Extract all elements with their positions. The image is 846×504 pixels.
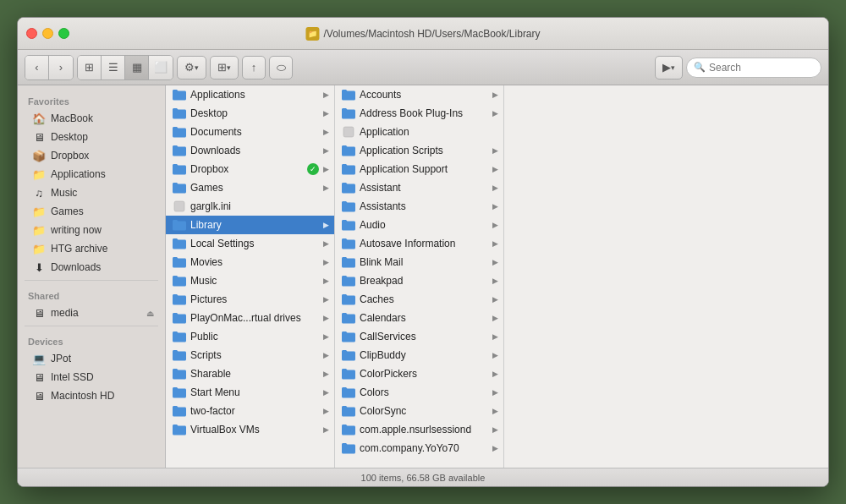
close-button[interactable] [26, 28, 37, 39]
file-item[interactable]: Pictures▶ [166, 290, 334, 309]
file-item[interactable]: Address Book Plug-Ins▶ [335, 104, 503, 123]
file-item[interactable]: two-factor▶ [166, 402, 334, 420]
file-item[interactable]: Breakpad▶ [335, 271, 503, 290]
file-item[interactable]: Sharable▶ [166, 364, 334, 383]
folder-icon [173, 274, 186, 288]
search-icon: 🔍 [694, 62, 706, 73]
expand-arrow-icon: ▶ [323, 239, 329, 248]
games-icon: 📁 [32, 205, 46, 218]
file-item[interactable]: garglk.ini [166, 197, 334, 216]
forward-button[interactable]: › [49, 56, 73, 79]
expand-arrow-icon: ▶ [492, 202, 498, 211]
file-item[interactable]: Blink Mail▶ [335, 253, 503, 271]
file-item[interactable]: CallServices▶ [335, 327, 503, 346]
file-item[interactable]: Audio▶ [335, 216, 503, 234]
file-item[interactable]: Assistants▶ [335, 197, 503, 216]
file-item[interactable]: ColorPickers▶ [335, 364, 503, 383]
file-item[interactable]: Movies▶ [166, 253, 334, 271]
sidebar-item-intel-ssd[interactable]: 🖥 Intel SSD [20, 368, 162, 386]
column-view-button[interactable]: ▦ [125, 56, 149, 79]
file-item[interactable]: Downloads▶ [166, 141, 334, 160]
expand-arrow-icon: ▶ [492, 332, 498, 341]
sidebar-item-applications[interactable]: 📁 Applications [20, 165, 162, 184]
nav-buttons: ‹ › [25, 55, 74, 80]
terminal-button[interactable]: ▶ ▾ [655, 56, 683, 79]
share-button[interactable]: ↑ [242, 56, 266, 79]
search-box[interactable]: 🔍 [686, 58, 821, 78]
file-item[interactable]: Dropbox✓▶ [166, 160, 334, 178]
file-item[interactable]: Games▶ [166, 178, 334, 197]
sidebar-item-downloads[interactable]: ⬇ Downloads [20, 258, 162, 277]
sidebar-item-games[interactable]: 📁 Games [20, 202, 162, 221]
folder-icon [342, 404, 355, 418]
action-button[interactable]: ⚙ ▾ [177, 56, 206, 79]
file-item[interactable]: Calendars▶ [335, 309, 503, 327]
view-buttons: ⊞ ☰ ▦ ⬜ [77, 55, 173, 80]
minimize-button[interactable] [42, 28, 53, 39]
sidebar-item-music[interactable]: ♫ Music [20, 184, 162, 202]
sidebar-item-htg-archive[interactable]: 📁 HTG archive [20, 239, 162, 258]
file-column-1: Applications▶Desktop▶Documents▶Downloads… [166, 85, 335, 468]
expand-arrow-icon: ▶ [323, 314, 329, 322]
svg-rect-1 [343, 127, 354, 137]
file-item[interactable]: com.company.YoYo70▶ [335, 439, 503, 457]
file-item[interactable]: Start Menu▶ [166, 383, 334, 402]
macintosh-hd-icon: 🖥 [32, 389, 46, 403]
file-item[interactable]: Application Support▶ [335, 160, 503, 178]
file-item[interactable]: ClipBuddy▶ [335, 346, 503, 364]
writing-now-icon: 📁 [32, 223, 46, 237]
sidebar-item-macbook[interactable]: 🏠 MacBook [20, 109, 162, 128]
list-view-button[interactable]: ☰ [102, 56, 125, 79]
folder-icon [342, 367, 355, 381]
folder-icon [342, 330, 355, 343]
cover-view-button[interactable]: ⬜ [149, 56, 173, 79]
file-item[interactable]: Colors▶ [335, 383, 503, 402]
maximize-button[interactable] [58, 28, 69, 39]
sidebar-item-desktop[interactable]: 🖥 Desktop [20, 128, 162, 146]
sidebar-item-jpot[interactable]: 💻 JPot [20, 349, 162, 368]
folder-icon [173, 367, 186, 381]
expand-arrow-icon: ▶ [323, 184, 329, 192]
file-item[interactable]: PlayOnMac...rtual drives▶ [166, 309, 334, 327]
folder-icon [342, 293, 355, 306]
icon-view-button[interactable]: ⊞ [78, 56, 102, 79]
folder-icon [173, 293, 186, 306]
file-item[interactable]: Accounts▶ [335, 85, 503, 104]
file-item[interactable]: Application [335, 123, 503, 141]
file-item[interactable]: Desktop▶ [166, 104, 334, 123]
expand-arrow-icon: ▶ [492, 146, 498, 155]
sidebar-item-macintosh-hd[interactable]: 🖥 Macintosh HD [20, 386, 162, 405]
file-item[interactable]: Music▶ [166, 271, 334, 290]
file-item[interactable]: Scripts▶ [166, 346, 334, 364]
file-item[interactable]: VirtualBox VMs▶ [166, 420, 334, 439]
expand-arrow-icon: ▶ [492, 90, 498, 99]
file-item[interactable]: Applications▶ [166, 85, 334, 104]
arrange-button[interactable]: ⊞ ▾ [210, 56, 239, 79]
file-item[interactable]: Autosave Information▶ [335, 234, 503, 253]
file-item[interactable]: Application Scripts▶ [335, 141, 503, 160]
file-column-2: Accounts▶Address Book Plug-Ins▶Applicati… [335, 85, 504, 468]
expand-arrow-icon: ▶ [323, 425, 329, 434]
file-item[interactable]: ColorSync▶ [335, 402, 503, 420]
file-item[interactable]: com.apple.nsurlsessiond▶ [335, 420, 503, 439]
devices-header: Devices [18, 330, 165, 349]
sidebar-item-writing-now[interactable]: 📁 writing now [20, 221, 162, 239]
eject-icon[interactable]: ⏏ [146, 309, 154, 318]
search-input[interactable] [709, 62, 810, 74]
sidebar: Favorites 🏠 MacBook 🖥 Desktop 📦 Dropbox … [18, 85, 166, 468]
file-area: Applications▶Desktop▶Documents▶Downloads… [166, 85, 828, 468]
folder-icon [342, 255, 355, 269]
file-item[interactable]: Public▶ [166, 327, 334, 346]
sidebar-item-media[interactable]: 🖥 media ⏏ [20, 304, 162, 322]
file-item[interactable]: Assistant▶ [335, 178, 503, 197]
tag-button[interactable]: ⬭ [269, 56, 293, 79]
dropbox-icon: 📦 [32, 149, 46, 162]
sidebar-item-dropbox[interactable]: 📦 Dropbox [20, 146, 162, 165]
expand-arrow-icon: ▶ [323, 90, 329, 99]
back-button[interactable]: ‹ [25, 56, 49, 79]
file-item[interactable]: Library▶ [166, 216, 334, 234]
file-item[interactable]: Caches▶ [335, 290, 503, 309]
folder-icon [173, 330, 186, 343]
file-item[interactable]: Local Settings▶ [166, 234, 334, 253]
file-item[interactable]: Documents▶ [166, 123, 334, 141]
